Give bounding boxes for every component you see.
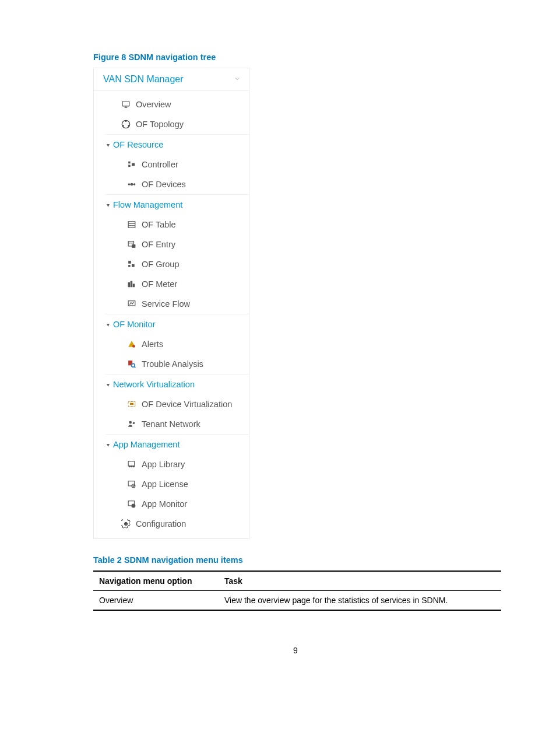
cell-option: Overview	[93, 591, 219, 611]
alert-icon	[126, 340, 137, 349]
nav-item-label: Service Flow	[142, 299, 190, 309]
section-app-management[interactable]: ▾ App Management	[94, 435, 249, 454]
section-of-resource[interactable]: ▾ OF Resource	[94, 135, 249, 155]
svg-point-36	[129, 466, 130, 467]
svg-point-38	[133, 466, 134, 467]
nav-item-app-monitor[interactable]: App Monitor	[94, 494, 249, 514]
nav-item-configuration[interactable]: Configuration	[94, 514, 249, 534]
nav-item-app-library[interactable]: App Library	[94, 454, 249, 474]
nav-item-overview[interactable]: Overview	[94, 94, 249, 114]
nav-item-of-entry[interactable]: OF Entry	[94, 235, 249, 254]
caret-down-icon: ▾	[107, 202, 110, 208]
svg-line-30	[135, 367, 136, 368]
section-network-virtualization[interactable]: ▾ Network Virtualization	[94, 374, 249, 394]
svg-rect-14	[128, 222, 135, 228]
svg-rect-23	[128, 283, 129, 287]
controller-icon	[126, 160, 137, 169]
svg-point-6	[128, 125, 129, 127]
sdnm-navigation-tree: VAN SDN Manager Overview OF Topology	[93, 68, 249, 539]
nav-header[interactable]: VAN SDN Manager	[94, 68, 249, 91]
svg-point-5	[122, 125, 124, 127]
topology-icon	[121, 120, 131, 129]
license-icon	[126, 480, 137, 489]
table-header-option: Navigation menu option	[93, 571, 219, 591]
nav-item-of-table[interactable]: OF Table	[94, 215, 249, 235]
nav-item-label: App Library	[142, 460, 185, 469]
nav-item-label: OF Table	[142, 220, 176, 229]
app-monitor-icon	[126, 499, 137, 509]
caret-down-icon: ▾	[107, 442, 110, 448]
svg-point-13	[134, 184, 135, 185]
nav-item-label: Trouble Analysis	[142, 359, 203, 369]
table-icon	[126, 220, 137, 229]
svg-point-43	[125, 523, 127, 525]
svg-rect-35	[128, 461, 135, 466]
entry-icon	[126, 240, 137, 249]
svg-rect-19	[132, 245, 135, 248]
table-row: Overview View the overview page for the …	[93, 591, 501, 611]
section-label: App Management	[113, 440, 180, 449]
gear-icon	[121, 519, 131, 528]
svg-point-42	[132, 504, 135, 508]
monitor-icon	[121, 100, 131, 109]
svg-rect-7	[128, 162, 131, 164]
nav-item-of-devices[interactable]: OF Devices	[94, 174, 249, 194]
nav-item-tenant-network[interactable]: Tenant Network	[94, 414, 249, 434]
section-flow-management[interactable]: ▾ Flow Management	[94, 195, 249, 215]
nav-item-label: OF Devices	[142, 180, 186, 189]
virtual-icon	[126, 400, 137, 409]
tenant-icon	[126, 419, 137, 429]
nav-item-controller[interactable]: Controller	[94, 155, 249, 174]
chevron-down-icon	[234, 75, 241, 84]
page-number: 9	[93, 646, 498, 655]
caret-down-icon: ▾	[107, 321, 110, 328]
svg-rect-22	[128, 265, 131, 267]
library-icon	[126, 460, 137, 469]
meter-icon	[126, 279, 137, 289]
section-label: Network Virtualization	[113, 380, 195, 389]
nav-item-label: OF Group	[142, 260, 179, 269]
nav-item-alerts[interactable]: Alerts	[94, 334, 249, 354]
caret-down-icon: ▾	[107, 142, 110, 148]
svg-point-11	[131, 183, 133, 186]
section-label: Flow Management	[113, 200, 182, 209]
svg-point-37	[131, 466, 132, 467]
section-of-monitor[interactable]: ▾ OF Monitor	[94, 314, 249, 334]
svg-rect-39	[128, 481, 135, 486]
nav-item-app-license[interactable]: App License	[94, 474, 249, 494]
cell-task: View the overview page for the statistic…	[219, 591, 501, 611]
nav-title: VAN SDN Manager	[103, 74, 184, 85]
table-header-task: Task	[219, 571, 501, 591]
nav-item-of-meter[interactable]: OF Meter	[94, 274, 249, 294]
nav-item-trouble-analysis[interactable]: Trouble Analysis	[94, 354, 249, 374]
section-label: OF Resource	[113, 140, 163, 149]
nav-item-of-device-virtualization[interactable]: OF Device Virtualization	[94, 394, 249, 414]
nav-item-label: App License	[142, 480, 188, 489]
svg-rect-20	[128, 261, 131, 264]
nav-item-of-topology[interactable]: OF Topology	[94, 114, 249, 134]
svg-point-33	[129, 421, 132, 424]
analysis-icon	[126, 359, 137, 369]
nav-item-service-flow[interactable]: Service Flow	[94, 294, 249, 314]
svg-point-29	[131, 363, 135, 367]
nav-item-label: Configuration	[136, 519, 186, 528]
nav-item-label: OF Device Virtualization	[142, 400, 232, 409]
nav-item-label: OF Entry	[142, 240, 175, 249]
section-label: OF Monitor	[113, 320, 156, 329]
caret-down-icon: ▾	[107, 382, 110, 388]
nav-item-label: Tenant Network	[142, 419, 200, 429]
nav-item-label: Alerts	[142, 340, 163, 349]
svg-rect-32	[130, 403, 133, 405]
svg-rect-24	[131, 281, 132, 286]
svg-rect-9	[132, 163, 135, 166]
flow-icon	[126, 299, 137, 309]
svg-point-27	[132, 345, 135, 348]
nav-item-of-group[interactable]: OF Group	[94, 254, 249, 274]
nav-item-label: Overview	[136, 100, 171, 109]
nav-item-label: App Monitor	[142, 499, 187, 509]
svg-rect-21	[132, 264, 135, 267]
svg-rect-25	[133, 284, 134, 287]
nav-item-label: OF Topology	[136, 120, 184, 129]
nav-item-label: OF Meter	[142, 279, 177, 289]
svg-rect-0	[122, 102, 129, 106]
